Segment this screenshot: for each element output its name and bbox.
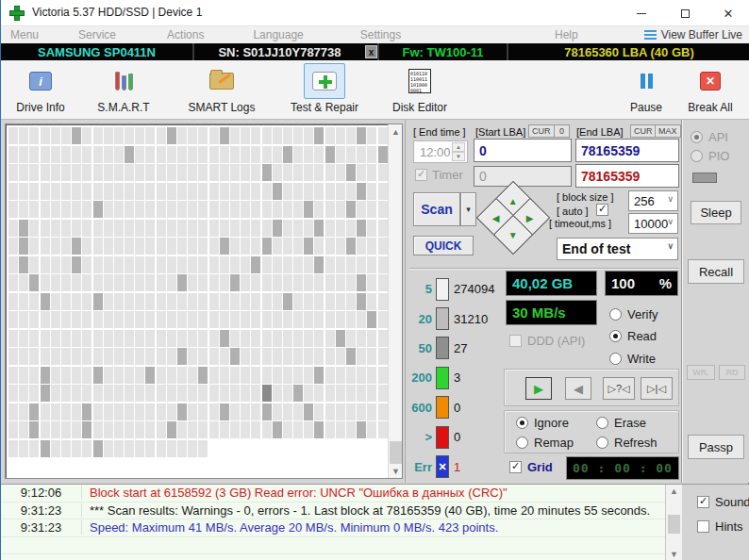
block-cell [167, 385, 176, 402]
maximize-button[interactable] [663, 0, 707, 26]
block-cell [314, 330, 324, 347]
log-entry: 9:31:23 *** Scan results: Warnings - 0, … [1, 502, 665, 520]
disk-editor-button[interactable]: 010110 110011 101000 0001 Disk Editor [382, 63, 458, 119]
block-cell [82, 274, 92, 291]
block-cell [157, 404, 166, 420]
rd-button[interactable]: RD [719, 365, 745, 380]
block-cell [82, 201, 92, 218]
scan-dropdown-button[interactable]: ▾ [460, 192, 476, 226]
auto-label: [ auto ] [557, 206, 589, 217]
end-time-spinner[interactable]: 12:00 ▲▼ [413, 140, 468, 163]
scroll-down-icon[interactable]: ▼ [666, 548, 682, 560]
refresh-radio[interactable] [596, 436, 608, 449]
wr-button[interactable]: WR. [687, 365, 715, 380]
passp-button[interactable]: Passp [688, 435, 744, 459]
grid-checkbox[interactable] [509, 461, 522, 473]
end-of-test-select[interactable]: End of test [557, 238, 678, 260]
log-scrollbar[interactable]: ▲ ▼ [666, 485, 682, 560]
block-cell [93, 274, 103, 291]
block-cell [8, 220, 18, 237]
block-cell [82, 164, 92, 181]
block-cell [41, 146, 50, 163]
refresh-label: Refresh [614, 436, 657, 450]
block-cell [177, 146, 187, 163]
scrollbar-thumb[interactable] [668, 515, 680, 534]
api-radio[interactable] [691, 131, 703, 143]
start-lba-cur-button[interactable]: CUR [528, 124, 555, 138]
block-cell [188, 220, 197, 237]
read-radio[interactable] [609, 330, 622, 342]
pio-radio[interactable] [691, 150, 703, 162]
scrollbar-thumb[interactable] [390, 441, 402, 464]
block-cell [72, 220, 81, 237]
timeout-select[interactable]: 10000 [628, 213, 678, 234]
scroll-up-icon[interactable]: ▲ [666, 485, 682, 498]
end-lba-input[interactable]: 78165359 [575, 139, 679, 162]
block-cell [19, 238, 28, 255]
menu-item-settings[interactable]: Settings [355, 28, 407, 41]
menu-item-service[interactable]: Service [73, 28, 122, 41]
verify-radio[interactable] [609, 308, 622, 321]
menu-item-language[interactable]: Language [247, 28, 308, 41]
block-cell [325, 220, 335, 237]
play-reverse-button[interactable]: ◀ [565, 377, 591, 400]
menu-item-help[interactable]: Help [549, 28, 584, 41]
scroll-down-icon[interactable]: ▼ [389, 464, 403, 478]
play-forward-button[interactable]: ▶ [525, 377, 552, 400]
break-all-button[interactable]: ✕ Break All [676, 63, 744, 119]
minimize-button[interactable] [620, 0, 663, 26]
write-radio[interactable] [609, 353, 622, 365]
block-cell [241, 201, 250, 218]
seek-end-button[interactable]: ▷|◁ [641, 377, 673, 400]
block-cell [198, 256, 208, 273]
block-cell [114, 421, 124, 438]
test-repair-button[interactable]: Test & Repair [276, 63, 373, 119]
timer-input[interactable]: 0 [474, 166, 572, 187]
ddd-api-checkbox[interactable] [509, 335, 522, 347]
start-lba-input[interactable]: 0 [474, 139, 572, 162]
drive-info-button[interactable]: i Drive Info [7, 63, 75, 119]
infobar-close-button[interactable]: x [365, 45, 377, 58]
block-cell [157, 367, 166, 384]
block-map-scrollbar[interactable]: ▲ ▼ [388, 124, 402, 478]
block-cell [41, 440, 50, 457]
spinner-arrows[interactable]: ▲▼ [452, 142, 465, 161]
sleep-button[interactable]: Sleep [691, 201, 741, 224]
sound-checkbox[interactable] [697, 496, 709, 508]
end-lba-max-button[interactable]: MAX [655, 124, 681, 138]
view-buffer-live-button[interactable]: View Buffer Live [644, 28, 742, 41]
minimize-icon [637, 13, 646, 14]
block-cell [209, 348, 219, 365]
pause-button[interactable]: Pause [616, 63, 676, 119]
seek-arrows: ▲ ◀ ▶ ▼ [481, 186, 547, 252]
ignore-radio[interactable] [516, 417, 528, 429]
menu-item-menu[interactable]: Menu [5, 28, 44, 41]
timer-checkbox[interactable] [415, 169, 427, 181]
recall-button[interactable]: Recall [688, 259, 744, 284]
auto-checkbox[interactable] [596, 204, 608, 216]
quick-button[interactable]: QUICK [413, 236, 474, 255]
smart-logs-button[interactable]: SMART Logs [176, 63, 267, 119]
menu-item-actions[interactable]: Actions [161, 28, 209, 41]
end-lba-cur-button[interactable]: CUR [630, 124, 657, 138]
end-lba-result-input[interactable]: 78165359 [575, 164, 679, 188]
seek-error-button[interactable]: ▷?◁ [603, 377, 635, 400]
block-cell [8, 164, 18, 181]
write-label: Write [627, 352, 656, 366]
smart-button[interactable]: S.M.A.R.T [82, 63, 165, 119]
start-lba-zero-button[interactable]: 0 [554, 124, 570, 138]
scroll-up-icon[interactable]: ▲ [389, 124, 403, 139]
remap-radio[interactable] [516, 436, 528, 449]
block-cell [304, 348, 313, 365]
block-cell [262, 348, 272, 365]
block-cell [188, 238, 197, 255]
remap-label: Remap [534, 436, 574, 450]
block-size-select[interactable]: 256 [628, 190, 678, 211]
close-button[interactable]: ✕ [707, 0, 749, 26]
block-cell [346, 127, 356, 144]
hints-checkbox[interactable] [697, 520, 709, 533]
erase-radio[interactable] [596, 417, 608, 429]
block-cell [19, 348, 28, 365]
scan-button[interactable]: Scan [413, 192, 460, 226]
block-cell [135, 146, 144, 163]
